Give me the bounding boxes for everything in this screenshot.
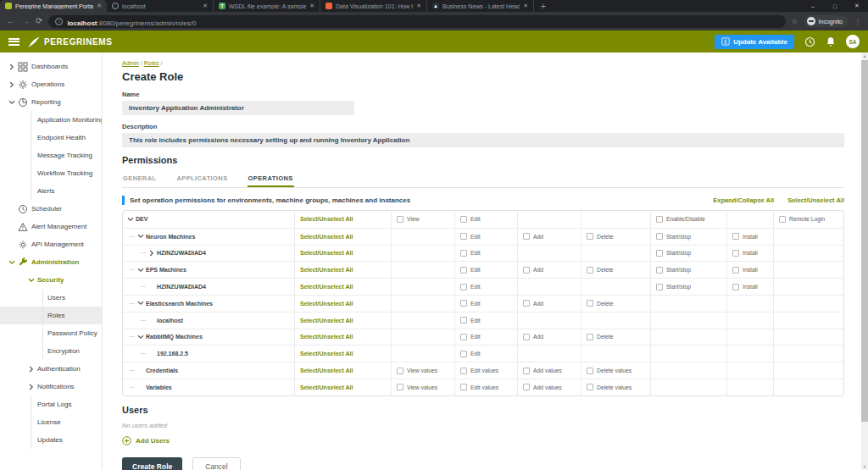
window-maximize-button[interactable]: □ (824, 3, 846, 9)
window-minimize-button[interactable]: – (802, 3, 824, 9)
sidebar-item-security[interactable]: Security (0, 271, 102, 289)
permission-checkbox[interactable] (779, 216, 786, 223)
update-available-button[interactable]: Update Available (715, 35, 794, 49)
scroll-down-icon[interactable]: ▼ (861, 463, 868, 470)
sidebar-item-message-tracking[interactable]: Message Tracking (0, 147, 102, 164)
select-unselect-all-link[interactable]: Select/Unselect All (787, 196, 844, 204)
permission-checkbox[interactable] (587, 368, 593, 374)
back-icon[interactable]: ← (7, 17, 15, 25)
user-avatar[interactable]: SA (846, 35, 860, 48)
tab-close-icon[interactable]: ✕ (203, 3, 208, 9)
site-info-icon[interactable]: i (55, 18, 63, 25)
permission-checkbox[interactable] (460, 300, 467, 307)
tree-toggle-down-icon[interactable] (137, 233, 144, 240)
notifications-bell-icon[interactable] (826, 36, 836, 47)
row-select-unselect-link[interactable]: Select/Unselect All (300, 351, 353, 357)
permission-checkbox[interactable] (732, 267, 739, 274)
sidebar-item-portal-logs[interactable]: Portal Logs (0, 395, 102, 413)
sidebar-item-users[interactable]: Users (0, 289, 102, 307)
scrollbar-thumb[interactable] (861, 60, 868, 422)
row-select-unselect-link[interactable]: Select/Unselect All (300, 334, 353, 340)
chevron-down-icon[interactable] (28, 277, 35, 284)
permission-checkbox[interactable] (460, 334, 467, 340)
row-select-unselect-link[interactable]: Select/Unselect All (300, 301, 353, 307)
sidebar-item-notifications[interactable]: Notifications (0, 378, 102, 395)
chevron-right-icon[interactable] (28, 384, 35, 390)
permission-checkbox[interactable] (397, 368, 403, 374)
sidebar-item-alerts[interactable]: Alerts (0, 182, 102, 200)
permission-checkbox[interactable] (732, 233, 739, 240)
permission-checkbox[interactable] (397, 216, 403, 223)
permission-checkbox[interactable] (397, 384, 403, 390)
sidebar-item-operations[interactable]: Operations (0, 75, 102, 93)
row-select-unselect-link[interactable]: Select/Unselect All (300, 384, 353, 390)
sidebar-item-updates[interactable]: Updates (0, 431, 102, 449)
sidebar-item-roles[interactable]: Roles (0, 307, 102, 324)
create-role-button[interactable]: Create Role (122, 457, 182, 470)
sidebar-item-dashboards[interactable]: Dashboards (0, 58, 102, 75)
row-select-unselect-link[interactable]: Select/Unselect All (300, 284, 353, 290)
breadcrumb-admin-link[interactable]: Admin (122, 60, 139, 66)
permission-checkbox[interactable] (587, 300, 593, 307)
row-select-unselect-link[interactable]: Select/Unselect All (300, 234, 353, 240)
permission-checkbox[interactable] (460, 250, 467, 257)
browser-tab[interactable]: TWSDL file example: A sample SO✕ (214, 0, 320, 12)
permission-checkbox[interactable] (587, 267, 593, 274)
tree-toggle-down-icon[interactable] (137, 300, 144, 307)
browser-tab[interactable]: Data Visualization 101: How to C✕ (320, 0, 427, 12)
row-select-unselect-link[interactable]: Select/Unselect All (300, 250, 353, 256)
role-name-input[interactable] (122, 101, 354, 115)
browser-tab[interactable]: ▲Business News - Latest Headline✕ (427, 0, 534, 12)
add-users-button[interactable]: Add Users (122, 436, 853, 445)
permission-checkbox[interactable] (523, 300, 530, 307)
brand-logo[interactable]: PEREGRINEMS (28, 36, 113, 47)
tree-toggle-right-icon[interactable] (148, 250, 155, 257)
chevron-down-icon[interactable] (8, 259, 15, 266)
permission-checkbox[interactable] (523, 233, 530, 240)
permission-checkbox[interactable] (656, 267, 663, 274)
role-description-input[interactable] (122, 133, 844, 147)
permission-checkbox[interactable] (656, 233, 663, 240)
chevron-down-icon[interactable] (8, 99, 15, 106)
expand-collapse-all-link[interactable]: Expand/Collapse All (713, 196, 774, 204)
forward-icon[interactable]: → (21, 17, 30, 25)
row-select-unselect-link[interactable]: Select/Unselect All (300, 368, 353, 373)
permission-checkbox[interactable] (732, 284, 739, 290)
tree-toggle-down-icon[interactable] (127, 216, 134, 223)
chevron-right-icon[interactable] (28, 366, 35, 373)
tab-close-icon[interactable]: ✕ (309, 3, 314, 9)
sidebar-item-password-policy[interactable]: Password Policy (0, 324, 102, 342)
permission-checkbox[interactable] (523, 368, 530, 374)
permission-checkbox[interactable] (460, 384, 467, 390)
permission-checkbox[interactable] (460, 284, 467, 290)
hamburger-menu-icon[interactable] (8, 38, 19, 46)
permission-checkbox[interactable] (460, 368, 467, 374)
tab-close-icon[interactable]: ✕ (523, 3, 528, 9)
sidebar-item-administration[interactable]: Administration (0, 253, 102, 271)
permission-checkbox[interactable] (523, 334, 530, 340)
sidebar-item-reporting[interactable]: Reporting (0, 93, 102, 111)
sidebar-item-api-management[interactable]: API Management (0, 235, 102, 253)
tree-toggle-down-icon[interactable] (137, 334, 144, 340)
permission-checkbox[interactable] (587, 334, 593, 340)
row-select-unselect-link[interactable]: Select/Unselect All (300, 216, 353, 222)
permission-checkbox[interactable] (732, 250, 739, 257)
sidebar-item-scheduler[interactable]: Scheduler (0, 200, 102, 218)
cancel-button[interactable]: Cancel (192, 457, 240, 470)
refresh-icon[interactable]: ⟳ (36, 17, 42, 25)
page-scrollbar[interactable]: ▲ ▼ (861, 53, 868, 470)
tab-close-icon[interactable]: ✕ (416, 3, 421, 9)
permission-checkbox[interactable] (460, 233, 467, 240)
permission-checkbox[interactable] (656, 250, 663, 257)
scroll-up-icon[interactable]: ▲ (861, 53, 868, 59)
browser-tab[interactable]: localhost✕ (107, 0, 214, 12)
sidebar-item-authentication[interactable]: Authentication (0, 360, 102, 378)
permission-checkbox[interactable] (460, 351, 467, 357)
history-icon[interactable] (804, 36, 815, 47)
sidebar-item-workflow-tracking[interactable]: Workflow Tracking (0, 164, 102, 182)
permission-checkbox[interactable] (587, 233, 593, 240)
permission-checkbox[interactable] (523, 384, 530, 390)
window-close-button[interactable]: ✕ (846, 3, 868, 9)
tree-toggle-down-icon[interactable] (137, 267, 144, 274)
browser-tab[interactable]: Peregrine Management Portal✕ (0, 0, 107, 12)
